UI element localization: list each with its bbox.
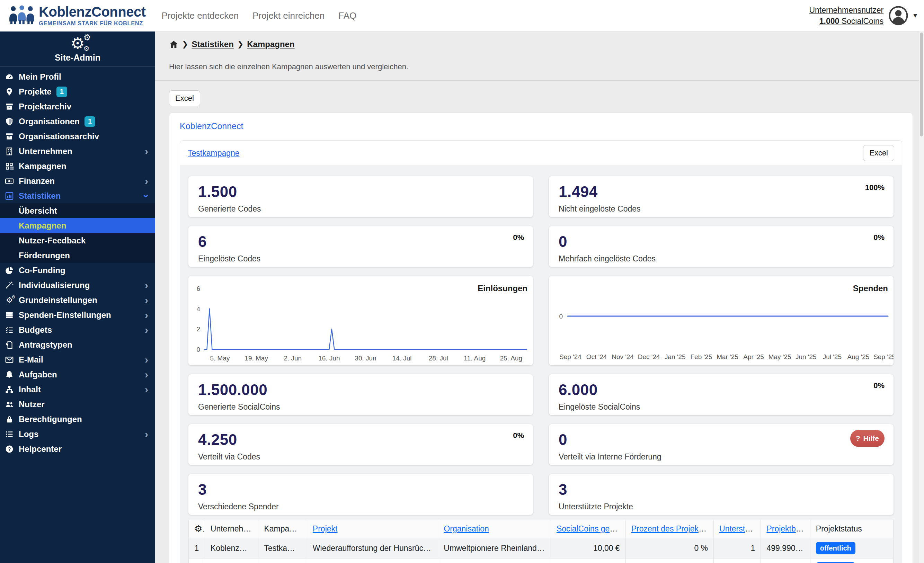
sidebar-item-grundeinstellungen[interactable]: ⚙⚙Grundeinstellungen› [0, 293, 155, 307]
help-button[interactable]: ?Hilfe [850, 430, 885, 447]
stats-grid: 1.500Generierte Codes100%1.494Nicht eing… [188, 176, 894, 515]
column-header-kampagne: Kampagne [258, 520, 307, 538]
breadcrumb-separator: ❯ [182, 40, 188, 49]
sidebar-item-logs[interactable]: Logs› [0, 427, 155, 442]
sort-link-prozent[interactable]: Prozent des Projektbedarfs [632, 524, 714, 533]
sidebar-item-aufgaben[interactable]: Aufgaben› [0, 367, 155, 382]
stat-value: 3 [559, 482, 884, 497]
campaign-excel-button[interactable]: Excel [863, 145, 894, 161]
company-title-link[interactable]: KoblenzConnect [180, 121, 243, 131]
campaign-card: Testkampagne Excel 1.500Generierte Codes… [180, 140, 902, 563]
shield-icon [5, 117, 14, 126]
sidebar: ⚙⚙⚙ Site-Admin Mein ProfilProjekte1Proje… [0, 31, 155, 563]
svg-text:May '25: May '25 [768, 353, 791, 361]
sidebar-item-inhalt[interactable]: Inhalt› [0, 382, 155, 397]
svg-text:Jul '25: Jul '25 [823, 353, 842, 361]
sidebar-item-label: Finanzen [19, 176, 55, 186]
archive-icon [5, 132, 14, 141]
breadcrumb-statistiken[interactable]: Statistiken [192, 39, 233, 49]
svg-text:Jun '25: Jun '25 [795, 353, 817, 361]
sidebar-item-statistiken[interactable]: Statistiken› [0, 189, 155, 203]
svg-text:Feb '25: Feb '25 [691, 353, 712, 361]
sidebar-item-individualisierung[interactable]: Individualisierung› [0, 278, 155, 293]
column-header-gespendet[interactable]: SocialCoins gespendet [550, 520, 626, 538]
sidebar-item-organisationen[interactable]: Organisationen1 [0, 114, 155, 129]
column-header-status: Projektstatus [810, 520, 893, 538]
chevron-down-icon: ▼ [912, 12, 918, 19]
sidebar-item-antragstypen[interactable]: Antragstypen [0, 337, 155, 352]
svg-text:Nov '24: Nov '24 [612, 353, 634, 361]
sidebar-subitem-nutzer-feedback[interactable]: Nutzer-Feedback [0, 233, 155, 248]
sidebar-subitem-kampagnen[interactable]: Kampagnen [0, 218, 155, 233]
cell-bedarf: 499.990,00 € [761, 538, 810, 559]
sidebar-item-budgets[interactable]: Budgets› [0, 322, 155, 337]
column-header-organisation[interactable]: Organisation [438, 520, 551, 538]
gears-icon: ⚙⚙⚙ [70, 35, 84, 51]
sidebar-item-helpcenter[interactable]: ?Helpcenter [0, 442, 155, 456]
top-nav-link-1[interactable]: Projekt einreichen [252, 10, 324, 21]
home-icon[interactable] [169, 40, 178, 49]
question-icon: ? [856, 434, 860, 443]
sidebar-item-spenden-einstellungen[interactable]: Spenden-Einstellungen› [0, 307, 155, 322]
sidebar-item-label: Helpcenter [19, 444, 62, 454]
top-nav-link-0[interactable]: Projekte entdecken [162, 10, 239, 21]
chevron-right-icon: › [145, 310, 148, 320]
sidebar-item-label: Organisationen [19, 117, 80, 126]
gears-icon: ⚙⚙ [5, 296, 14, 305]
sort-link-projekt[interactable]: Projekt [313, 524, 338, 533]
cell-gespendet: 10,00 € [550, 538, 626, 559]
sort-link-gespendet[interactable]: SocialCoins gespendet [556, 524, 626, 533]
sidebar-item-mein-profil[interactable]: Mein Profil [0, 69, 155, 84]
column-header-bedarf[interactable]: Projektbedarf [761, 520, 810, 538]
stat-value: 6 [198, 234, 523, 250]
stat-label: Nicht eingelöste Codes [559, 204, 884, 214]
svg-text:16. Jun: 16. Jun [318, 355, 340, 362]
sidebar-item-projekte[interactable]: Projekte1 [0, 84, 155, 99]
sidebar-item-e-mail[interactable]: E-Mail› [0, 352, 155, 367]
stat-percentage: 0% [513, 233, 524, 242]
app-logo[interactable]: KoblenzConnect GEMEINSAM STARK FÜR KOBLE… [9, 4, 146, 27]
sidebar-item-label: Projekte [19, 87, 52, 97]
chevron-right-icon: › [145, 325, 148, 335]
sidebar-subitem-übersicht[interactable]: Übersicht [0, 203, 155, 218]
sidebar-item-nutzer[interactable]: Nutzer [0, 397, 155, 412]
sidebar-item-berechtigungen[interactable]: Berechtigungen [0, 412, 155, 427]
excel-export-button[interactable]: Excel [169, 90, 200, 106]
sort-link-bedarf[interactable]: Projektbedarf [766, 524, 810, 533]
sidebar-item-label: Mein Profil [19, 72, 61, 82]
logo-subtitle: GEMEINSAM STARK FÜR KOBLENZ [39, 20, 146, 27]
top-nav-link-2[interactable]: FAQ [338, 10, 356, 21]
svg-text:Sep '25: Sep '25 [873, 353, 894, 361]
sidebar-item-co-funding[interactable]: Co-Funding [0, 263, 155, 278]
scrollbar-thumb[interactable] [920, 33, 923, 136]
campaign-title-link[interactable]: Testkampagne [188, 148, 240, 158]
column-header-unterstuetzer[interactable]: Unterstützer [714, 520, 761, 538]
user-name-link[interactable]: Unternehmensnutzer [809, 6, 884, 15]
svg-text:Einlösungen: Einlösungen [478, 284, 528, 293]
stat-value: 0 [559, 432, 884, 448]
sidebar-item-label: Organisationsarchiv [19, 132, 99, 141]
sidebar-item-organisationsarchiv[interactable]: Organisationsarchiv [0, 129, 155, 144]
lock-icon [5, 415, 14, 424]
campaign-card-header: Testkampagne Excel [180, 141, 902, 166]
sidebar-subitem-förderungen[interactable]: Förderungen [0, 248, 155, 263]
stat-percentage: 100% [865, 183, 885, 192]
column-header-projekt[interactable]: Projekt [307, 520, 438, 538]
stat-value: 1.500 [198, 184, 523, 200]
column-header-prozent[interactable]: Prozent des Projektbedarfs [626, 520, 713, 538]
table-settings-gear-icon[interactable]: ⚙ [189, 520, 205, 538]
svg-text:6: 6 [196, 285, 200, 292]
table-row: 2KoblenzConnectTestkampagneNotpfoten – H… [189, 559, 894, 563]
sidebar-item-kampagnen[interactable]: Kampagnen [0, 159, 155, 174]
svg-text:Aug '25: Aug '25 [848, 353, 870, 361]
scrollbar-track[interactable] [919, 31, 924, 563]
sidebar-item-projektarchiv[interactable]: Projektarchiv [0, 99, 155, 114]
sidebar-item-finanzen[interactable]: Finanzen› [0, 174, 155, 189]
avatar[interactable] [888, 6, 908, 25]
sort-link-organisation[interactable]: Organisation [444, 524, 489, 533]
breadcrumb-kampagnen[interactable]: Kampagnen [247, 39, 294, 49]
sidebar-item-unternehmen[interactable]: Unternehmen› [0, 144, 155, 159]
sort-link-unterstuetzer[interactable]: Unterstützer [719, 524, 761, 533]
logo-people-icon [9, 4, 34, 27]
breadcrumb: ❯ Statistiken ❯ Kampagnen [169, 39, 924, 49]
